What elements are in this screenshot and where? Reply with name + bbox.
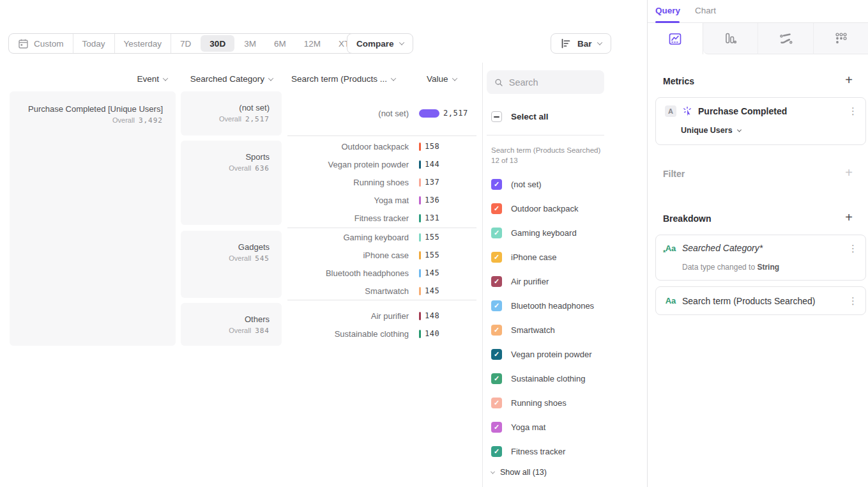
filter-item[interactable]: ✓Outdoor backpack [491,196,594,220]
column-header-event[interactable]: Event [10,74,167,84]
select-all[interactable]: Select all [491,111,549,122]
value-bar [419,330,421,338]
column-header-search-term[interactable]: Search term (Products ... [291,74,395,84]
check-icon: ✓ [494,205,499,212]
metric-card[interactable]: A Purchase Completed ⋮ Unique Users [655,97,866,145]
filter-item[interactable]: ✓Yoga mat [491,415,594,439]
filter-item[interactable]: ✓Smartwatch [491,318,594,342]
date-range-12m[interactable]: 12M [295,34,330,53]
date-range-custom[interactable]: Custom [9,34,73,53]
table-row: Smartwatch 145 [287,282,476,300]
search-input[interactable] [509,77,597,88]
date-range-30d[interactable]: 30D [201,35,234,52]
chevron-down-icon [737,127,742,132]
checkbox-checked[interactable]: ✓ [491,325,502,336]
date-range-3m[interactable]: 3M [235,34,265,53]
tab-retention[interactable] [813,23,868,54]
chevron-down-icon [491,469,495,474]
check-icon: ✓ [494,302,499,309]
checkbox-checked[interactable]: ✓ [491,179,502,190]
date-range-6m[interactable]: 6M [265,34,295,53]
checkbox-checked[interactable]: ✓ [491,349,502,360]
add-metric-button[interactable]: + [842,74,855,87]
select-all-label: Select all [511,112,549,121]
checkbox-checked[interactable]: ✓ [491,300,502,311]
value-bar [419,178,421,187]
metric-aggregation-dropdown[interactable]: Unique Users [681,126,741,135]
value-bar [419,109,439,118]
checkbox-checked[interactable]: ✓ [491,422,502,433]
tab-chart[interactable]: Chart [695,0,716,22]
query-panel: Query Chart [647,0,868,487]
check-icon: ✓ [494,424,499,431]
checkbox-checked[interactable]: ✓ [491,398,502,408]
checkbox-checked[interactable]: ✓ [491,446,502,457]
divider [487,135,604,135]
value-bar [419,269,421,277]
filter-item[interactable]: ✓Air purifier [491,269,594,293]
checkbox-checked[interactable]: ✓ [491,373,502,384]
kebab-menu-icon[interactable]: ⋮ [848,295,858,307]
metric-letter-badge: A [665,105,676,117]
table-row: Bluetooth headphones 145 [287,264,476,282]
table-row: Fitness tracker 131 [287,209,476,227]
filter-item[interactable]: ✓iPhone case [491,245,594,269]
breakdown-card[interactable]: Aa Search term (Products Searched) ⋮ [655,286,866,315]
tab-query[interactable]: Query [655,0,680,22]
filter-item[interactable]: ✓Sustainable clothing [491,366,594,390]
add-breakdown-button[interactable]: + [842,212,855,224]
breakdown-name: Search term (Products Searched) [682,296,816,306]
value-bar [419,143,421,151]
insights-icon [668,32,682,46]
query-panel-tabs: Query Chart [648,0,868,23]
checkbox-checked[interactable]: ✓ [491,228,502,238]
check-icon: ✓ [494,181,499,188]
table-row: Yoga mat 136 [287,191,476,209]
metric-name: Purchase Completed [698,106,787,116]
filter-item-list: ✓(not set) ✓Outdoor backpack ✓Gaming key… [491,172,594,463]
chevron-down-icon [452,75,457,81]
column-header-searched-category[interactable]: Searched Category [181,74,273,84]
check-icon: ✓ [494,399,499,406]
string-type-icon: *Aa [665,244,676,253]
filter-item[interactable]: ✓Vegan protein powder [491,342,594,366]
date-range-yesterday[interactable]: Yesterday [115,34,172,53]
panel-divider [482,63,483,487]
checkbox-checked[interactable]: ✓ [491,276,502,287]
filter-caption: Search term (Products Searched) 12 of 13 [491,145,604,166]
breakdown-card[interactable]: *Aa Searched Category* ⋮ Data type chang… [655,235,866,281]
add-filter-button[interactable]: + [842,167,855,180]
table-row: (not set) 2,517 [287,104,476,122]
filter-item[interactable]: ✓Running shoes [491,390,594,415]
column-header-value[interactable]: Value [427,74,457,84]
show-all-toggle[interactable]: Show all (13) [491,468,547,477]
flows-icon [779,31,793,45]
category-cell: (not set) Overall2,517 [181,91,282,135]
category-cell: Sports Overall636 [181,141,282,225]
tab-insights[interactable] [648,23,703,54]
filter-item[interactable]: ✓(not set) [491,172,594,196]
kebab-menu-icon[interactable]: ⋮ [848,243,858,254]
term-group: Gaming keyboard 155 iPhone case 155 Blue… [287,228,476,300]
breakdown-heading: Breakdown [663,213,711,224]
date-range-today[interactable]: Today [73,34,115,53]
checkbox-checked[interactable]: ✓ [491,252,502,263]
filter-list-panel: Select all Search term (Products Searche… [487,0,646,487]
value-bar [419,160,421,169]
search-box[interactable] [487,70,604,94]
date-range-7d[interactable]: 7D [171,34,200,53]
tab-funnels[interactable] [703,23,758,54]
compare-button[interactable]: Compare [347,33,413,54]
filter-item[interactable]: ✓Fitness tracker [491,439,594,463]
kebab-menu-icon[interactable]: ⋮ [848,105,858,117]
report-type-tabs [648,23,868,54]
tab-flows[interactable] [758,23,813,54]
table-row: iPhone case 155 [287,246,476,264]
event-overall: Overall3,492 [10,116,163,125]
filter-item[interactable]: ✓Gaming keyboard [491,220,594,245]
search-icon [494,77,503,88]
filter-item[interactable]: ✓Bluetooth headphones [491,293,594,318]
table-row: Air purifier 148 [287,307,476,325]
checkbox-checked[interactable]: ✓ [491,203,502,214]
indeterminate-checkbox[interactable] [491,111,502,122]
